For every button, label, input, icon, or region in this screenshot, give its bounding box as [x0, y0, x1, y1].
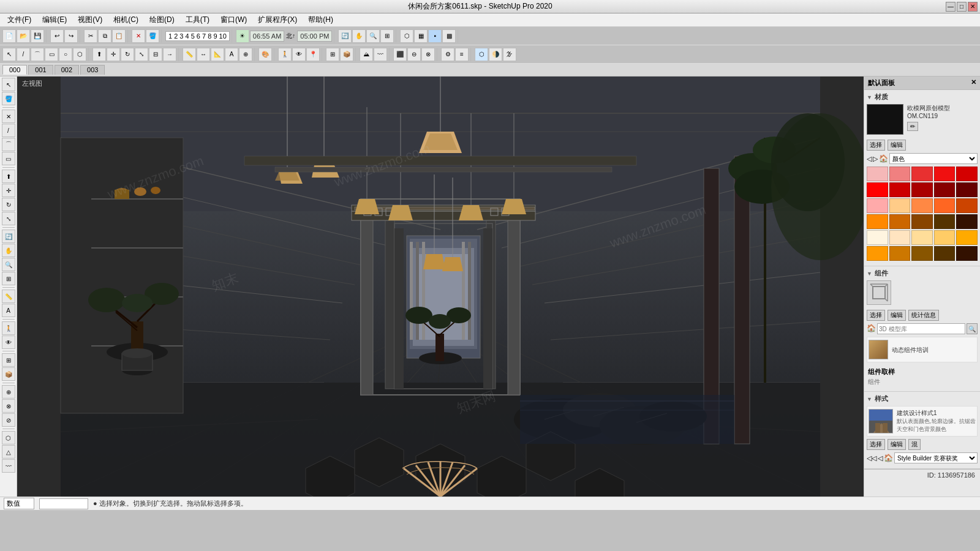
open-button[interactable]: 📂 [17, 29, 30, 43]
offset-button[interactable]: ⊟ [149, 48, 162, 61]
lt-line[interactable]: / [2, 124, 15, 137]
color-cell[interactable] [934, 198, 956, 213]
hidden-line-button[interactable]: ▦ [414, 29, 428, 43]
lt-select[interactable]: ↖ [2, 78, 15, 91]
menu-window[interactable]: 窗口(W) [216, 13, 252, 26]
menu-camera[interactable]: 相机(C) [108, 13, 143, 26]
save-button[interactable]: 💾 [31, 29, 44, 43]
home-icon[interactable]: 🏠 [879, 154, 888, 163]
color-cell[interactable] [867, 214, 888, 229]
move-button[interactable]: ✛ [107, 48, 120, 61]
shaded-button[interactable]: ▪ [428, 29, 442, 43]
follow-me-button[interactable]: → [163, 48, 176, 61]
copy-button[interactable]: ⧉ [98, 29, 111, 43]
panel-collapse-btn[interactable]: ✕ [971, 78, 976, 88]
lt-scale[interactable]: ⤡ [2, 212, 15, 225]
maximize-button[interactable]: □ [957, 2, 967, 12]
menu-extensions[interactable]: 扩展程序(X) [253, 13, 302, 26]
menu-file[interactable]: 文件(F) [2, 13, 36, 26]
undo-button[interactable]: ↩ [50, 29, 64, 43]
color-cell[interactable] [889, 198, 911, 213]
pan-button[interactable]: ✋ [352, 29, 366, 43]
scale-button[interactable]: ⤡ [135, 48, 148, 61]
menu-help[interactable]: 帮助(H) [303, 13, 338, 26]
lt-push[interactable]: ⬆ [2, 170, 15, 183]
solid-tools-button[interactable]: ⬛ [393, 48, 407, 61]
comp-stats-btn[interactable]: 统计信息 [908, 310, 939, 321]
zoom-button[interactable]: 🔍 [366, 29, 380, 43]
lt-component[interactable]: 📦 [2, 367, 15, 381]
lt-text[interactable]: A [2, 304, 15, 317]
menu-view[interactable]: 视图(V) [73, 13, 107, 26]
erase-button[interactable]: ✕ [132, 29, 145, 43]
line-button[interactable]: / [17, 48, 30, 61]
color-cell[interactable] [889, 246, 911, 261]
walk-button[interactable]: 🚶 [278, 48, 292, 61]
lt-orbit[interactable]: 🔄 [2, 230, 15, 243]
lt-arc[interactable]: ⌒ [2, 138, 15, 151]
sandbox-button[interactable]: ⛰ [360, 48, 373, 61]
rect-button[interactable]: ▭ [45, 48, 58, 61]
color-cell[interactable] [889, 182, 911, 197]
close-button[interactable]: ✕ [968, 2, 978, 12]
protractor-button[interactable]: 📐 [211, 48, 224, 61]
component-button[interactable]: 📦 [340, 48, 353, 61]
lt-more2[interactable]: ⊗ [2, 399, 15, 413]
color-cell[interactable] [956, 182, 978, 197]
lt-measure[interactable]: 📏 [2, 290, 15, 303]
lt-move[interactable]: ✛ [2, 184, 15, 197]
color-cell[interactable] [934, 167, 956, 181]
back-arrow[interactable]: ◁ [867, 155, 872, 163]
menu-draw[interactable]: 绘图(D) [145, 13, 179, 26]
zoom-ext-button[interactable]: ⊞ [380, 29, 394, 43]
color-cell[interactable] [911, 182, 933, 197]
paint-fill-button[interactable]: 🎨 [258, 48, 272, 61]
solid-intersect-button[interactable]: ⊗ [421, 48, 435, 61]
textured-button[interactable]: ▩ [442, 29, 456, 43]
style-nav-prev[interactable]: ◁ [878, 454, 883, 462]
color-cell[interactable] [934, 214, 956, 229]
polygon-button[interactable]: ⬡ [73, 48, 86, 61]
style-item[interactable]: 建筑设计样式1 默认表面颜色,轮廓边缘。抗锯齿天空和门色背景颜色 [867, 406, 978, 437]
section-plane-button[interactable]: ⊞ [326, 48, 339, 61]
axes-button[interactable]: ⊕ [239, 48, 252, 61]
scene-tab-003[interactable]: 003 [80, 65, 105, 75]
shadows-button[interactable]: 🌗 [489, 48, 502, 61]
lt-more1[interactable]: ⊕ [2, 385, 15, 399]
lt-more3[interactable]: ⊘ [2, 413, 15, 427]
lt-look[interactable]: 👁 [2, 335, 15, 349]
color-cell[interactable] [911, 230, 933, 245]
style-mix-btn[interactable]: 混 [908, 439, 921, 450]
color-cell[interactable] [956, 214, 978, 229]
lt-more6[interactable]: 〰 [2, 459, 15, 473]
color-cell[interactable] [934, 230, 956, 245]
cut-button[interactable]: ✂ [84, 29, 97, 43]
position-button[interactable]: 📍 [306, 48, 320, 61]
color-cell[interactable] [889, 214, 911, 229]
dim-button[interactable]: ↔ [197, 48, 210, 61]
minimize-button[interactable]: — [946, 2, 956, 12]
menu-tools[interactable]: 工具(T) [181, 13, 214, 26]
rotate-button[interactable]: ↻ [121, 48, 134, 61]
style-dropdown[interactable]: Style Builder 竞赛获奖 [894, 452, 978, 463]
materials-select-btn[interactable]: 选择 [867, 140, 885, 151]
viewport[interactable]: 左视图 [17, 77, 864, 497]
lt-pan[interactable]: ✋ [2, 244, 15, 257]
comp-search-button[interactable]: 🔍 [967, 323, 978, 334]
redo-button[interactable]: ↪ [64, 29, 78, 43]
color-cell[interactable] [867, 198, 888, 213]
lt-rect[interactable]: ▭ [2, 152, 15, 165]
color-cell[interactable] [867, 167, 888, 181]
layer-button[interactable]: ≡ [455, 48, 469, 61]
color-cell[interactable] [956, 246, 978, 261]
menu-edit[interactable]: 编辑(E) [37, 13, 72, 26]
text-button[interactable]: A [225, 48, 238, 61]
color-cell[interactable] [934, 182, 956, 197]
xray-button[interactable]: ⬡ [475, 48, 488, 61]
lt-walk[interactable]: 🚶 [2, 321, 15, 335]
solid-subtract-button[interactable]: ⊖ [407, 48, 421, 61]
comp-select-btn[interactable]: 选择 [867, 310, 885, 321]
color-cell[interactable] [889, 230, 911, 245]
sandbox2-button[interactable]: 〰 [374, 48, 387, 61]
scene-tab-001[interactable]: 001 [28, 65, 53, 75]
